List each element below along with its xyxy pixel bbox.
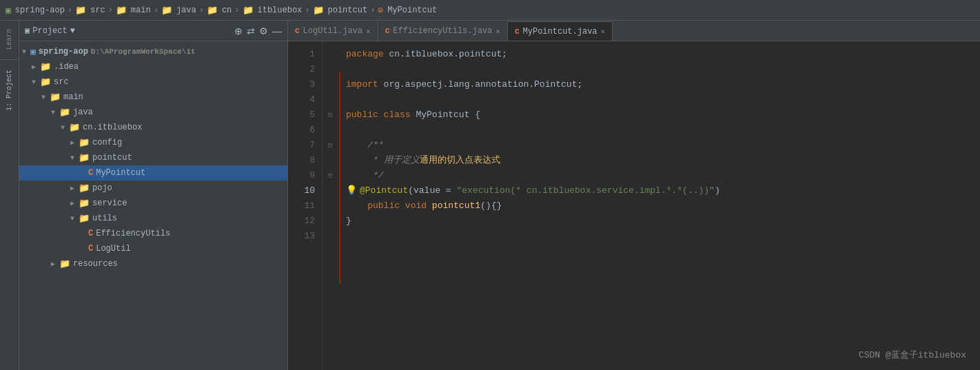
tree-label-pointcut: pointcut: [92, 153, 132, 163]
line-numbers: 1 2 3 4 5 6 7 8 9 10 11 12 13: [288, 41, 323, 370]
tree-label-cn-itbluebox: cn.itbluebox: [83, 123, 142, 132]
tab-mypointcut[interactable]: C MyPointcut.java ✕: [508, 21, 613, 41]
main-icon: 📁: [116, 5, 127, 16]
idea-folder-icon: 📁: [40, 61, 51, 72]
sidebar-project[interactable]: 1: Project: [6, 67, 13, 114]
tab-efficiencyutils[interactable]: C EfficiencyUtils.java ✕: [378, 21, 508, 41]
service-folder-icon: 📁: [79, 198, 90, 209]
tab-logutil[interactable]: C LogUtil.java ✕: [288, 21, 378, 41]
tree-item-java[interactable]: 📁 java: [19, 105, 287, 120]
gutter-line-5: ⊟: [323, 107, 338, 123]
gutter-line-6: [323, 123, 338, 138]
gutter-line-11: [323, 198, 338, 214]
gutter-line-2: [323, 62, 338, 77]
project-folder-icon: ▣: [30, 46, 36, 57]
itbluebox-icon: 📁: [243, 5, 254, 16]
fold-open-icon-7[interactable]: ⊟: [328, 141, 332, 150]
token-package: package: [346, 47, 389, 62]
cn-icon: 📁: [207, 5, 218, 16]
line-num-8: 8: [288, 153, 315, 168]
pointcut-icon: 📁: [313, 5, 324, 16]
tree-item-utils[interactable]: 📁 utils: [19, 211, 287, 226]
panel-actions: ⊕ ⇄ ⚙ —: [234, 25, 282, 37]
line-num-11: 11: [288, 198, 315, 214]
efficiencyutils-class-icon: C: [88, 229, 93, 238]
tab-logutil-label: LogUtil.java: [303, 26, 363, 36]
gutter-line-9: ⊟: [323, 168, 338, 183]
arrow-icon: [70, 138, 79, 147]
line-num-2: 2: [288, 62, 315, 77]
tree-item-main[interactable]: 📁 main: [19, 90, 287, 105]
sidebar-strip: Learn 1: Project: [0, 21, 19, 370]
java-folder-icon: 📁: [161, 5, 172, 16]
token-void: void: [405, 198, 432, 214]
tree-label-pojo: pojo: [92, 183, 112, 193]
gutter: ⊟ ⊟ ⊟: [323, 41, 338, 370]
tree-label-main: main: [63, 92, 83, 102]
line-num-13: 13: [288, 229, 315, 244]
token-method-body: (){}: [480, 198, 502, 214]
tab-efficiencyutils-close[interactable]: ✕: [496, 27, 500, 36]
token-package-name: cn.itbluebox.pointcut: [389, 47, 502, 62]
token-string: "execution(* cn.itbluebox.service.impl.*…: [456, 183, 714, 198]
breadcrumb-mypointcut: MyPointcut: [387, 6, 437, 15]
code-line-12: }: [346, 214, 972, 229]
code-area[interactable]: package cn.itbluebox.pointcut; import or…: [338, 41, 980, 370]
tree-item-cn-itbluebox[interactable]: 📁 cn.itbluebox: [19, 120, 287, 135]
tree-item-config[interactable]: 📁 config: [19, 135, 287, 150]
token-cmt-close: */: [346, 168, 384, 183]
breadcrumb-java: java: [176, 6, 196, 15]
line-num-12: 12: [288, 214, 315, 229]
panel-header: ▣ Project ▼ ⊕ ⇄ ⚙ —: [19, 21, 287, 41]
sidebar-learn[interactable]: Learn: [6, 26, 13, 52]
tab-efficiencyutils-icon: C: [385, 27, 390, 35]
gutter-line-1: [323, 47, 338, 62]
tree-label-src: src: [54, 77, 69, 87]
tree-item-spring-aop[interactable]: ▣ spring-aop D:\AProgramWorkSpace\it: [19, 44, 287, 59]
tree-label-path: D:\AProgramWorkSpace\it: [91, 48, 196, 56]
line-num-5: 5: [288, 107, 315, 123]
tab-logutil-icon: C: [295, 27, 300, 35]
panel-settings-button[interactable]: ⚙: [259, 25, 268, 37]
fold-close-icon-9[interactable]: ⊟: [328, 172, 332, 180]
tab-logutil-close[interactable]: ✕: [366, 27, 371, 36]
arrow-icon: [70, 184, 79, 192]
code-line-13: [346, 229, 972, 244]
arrow-icon: [51, 260, 59, 268]
cn-itbluebox-folder-icon: 📁: [69, 122, 80, 133]
line-num-10: 10: [288, 183, 315, 198]
tree-item-service[interactable]: 📁 service: [19, 196, 287, 211]
tree-label-utils: utils: [92, 214, 117, 223]
breadcrumb-main: main: [131, 6, 151, 15]
tree-item-pointcut[interactable]: 📁 pointcut: [19, 150, 287, 165]
tree-item-idea[interactable]: 📁 .idea: [19, 59, 287, 74]
token-paren-open: (value =: [408, 183, 456, 198]
token-semi-3: ;: [577, 77, 582, 92]
tab-efficiencyutils-label: EfficiencyUtils.java: [393, 26, 492, 36]
panel-minimize-button[interactable]: —: [272, 25, 282, 37]
panel-dropdown-icon[interactable]: ▼: [70, 26, 75, 36]
tree-item-src[interactable]: 📁 src: [19, 74, 287, 90]
src-folder-icon: 📁: [40, 76, 51, 88]
tree-label-efficiencyutils: EfficiencyUtils: [96, 229, 170, 238]
tree-item-mypointcut[interactable]: C MyPointcut: [19, 165, 287, 181]
arrow-icon: [51, 109, 59, 116]
code-line-9: */: [346, 168, 972, 183]
arrow-icon: [41, 94, 50, 101]
tree-item-resources[interactable]: 📁 resources: [19, 256, 287, 271]
token-cmt-open: /**: [346, 138, 384, 153]
panel-collapse-button[interactable]: ⇄: [247, 25, 255, 37]
tree-item-logutil[interactable]: C LogUtil: [19, 241, 287, 256]
title-bar: ▣ spring-aop › 📁 src › 📁 main › 📁 java ›…: [0, 0, 980, 21]
panel-locate-button[interactable]: ⊕: [234, 25, 243, 37]
tree-label-spring-aop: spring-aop: [39, 47, 88, 56]
tab-mypointcut-close[interactable]: ✕: [601, 27, 606, 36]
tree-label-mypointcut: MyPointcut: [96, 168, 145, 178]
tree-item-efficiencyutils[interactable]: C EfficiencyUtils: [19, 226, 287, 241]
token-cmt-highlight: 通用的切入点表达式: [420, 153, 500, 168]
breadcrumb-spring-aop: spring-aop: [15, 6, 65, 15]
tab-bar: C LogUtil.java ✕ C EfficiencyUtils.java …: [288, 21, 980, 41]
tree-item-pojo[interactable]: 📁 pojo: [19, 181, 287, 196]
fold-open-icon[interactable]: ⊟: [328, 111, 332, 119]
breadcrumb: ▣ spring-aop › 📁 src › 📁 main › 📁 java ›…: [6, 5, 437, 16]
